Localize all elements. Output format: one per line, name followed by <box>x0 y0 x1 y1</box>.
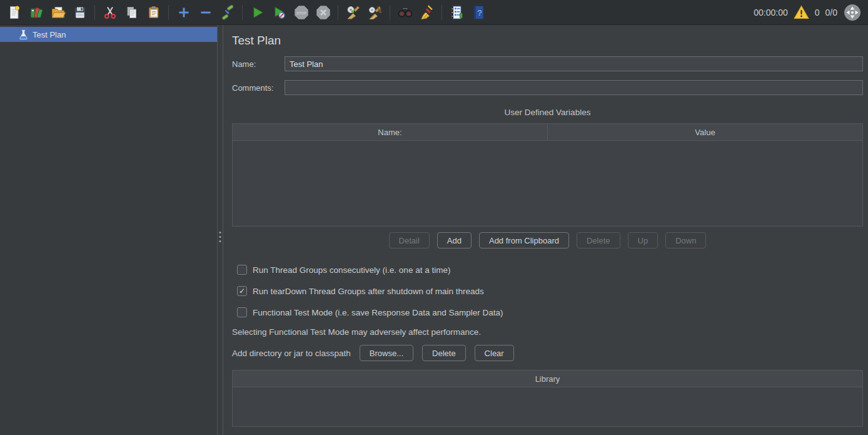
comments-input[interactable] <box>285 80 863 95</box>
run-consecutively-checkbox[interactable] <box>237 265 247 275</box>
name-label: Name: <box>232 59 285 69</box>
paste-button[interactable] <box>143 3 164 23</box>
svg-text:?: ? <box>477 8 482 18</box>
run-consecutively-label: Run Thread Groups consecutively (i.e. on… <box>253 265 450 275</box>
run-consecutively-row: Run Thread Groups consecutively (i.e. on… <box>237 265 863 275</box>
test-plan-editor: Test Plan Name: Comments: User Defined V… <box>223 25 868 435</box>
functional-mode-note: Selecting Functional Test Mode may adver… <box>232 327 863 337</box>
clear-icon <box>345 4 361 21</box>
templates-icon <box>29 5 44 20</box>
toolbar-separator <box>338 5 338 20</box>
stop-icon: STOP <box>293 4 310 21</box>
function-helper-button[interactable] <box>447 3 467 23</box>
library-table: Library <box>232 370 863 427</box>
clear-all-icon <box>367 4 383 21</box>
jmeter-window: STOP <box>0 0 868 435</box>
start-icon <box>250 5 265 20</box>
toolbar-separator <box>168 5 169 20</box>
shutdown-icon <box>315 4 331 21</box>
test-plan-tree: Test Plan <box>0 25 217 435</box>
svg-text:STOP: STOP <box>296 11 306 14</box>
shutdown-button[interactable] <box>313 3 333 23</box>
toolbar: STOP <box>0 0 868 25</box>
page-title: Test Plan <box>232 34 863 48</box>
help-button[interactable]: ? <box>468 3 489 23</box>
add-from-clipboard-button[interactable]: Add from Clipboard <box>479 232 569 248</box>
minus-icon <box>198 5 213 20</box>
classpath-label: Add directory or jar to classpath <box>232 349 351 358</box>
udv-caption: User Defined Variables <box>232 108 863 117</box>
help-icon: ? <box>471 4 487 21</box>
functional-mode-checkbox[interactable] <box>237 307 247 317</box>
tree-item-test-plan[interactable]: Test Plan <box>0 27 217 42</box>
new-file-button[interactable] <box>4 3 24 23</box>
start-no-timers-button[interactable] <box>269 3 290 23</box>
cut-icon <box>103 5 118 20</box>
threads-indicator-icon[interactable] <box>843 3 862 22</box>
toolbar-separator <box>442 5 442 20</box>
library-table-body[interactable] <box>233 387 862 426</box>
remove-element-button[interactable] <box>195 3 216 23</box>
open-button[interactable] <box>48 3 68 23</box>
thread-count: 0/0 <box>825 8 837 18</box>
start-no-timers-icon <box>272 5 287 20</box>
classpath-clear-button[interactable]: Clear <box>475 345 514 361</box>
splitter-grip-icon <box>220 232 221 242</box>
udv-table-body[interactable] <box>233 141 862 226</box>
add-element-button[interactable] <box>173 3 194 23</box>
clear-all-button[interactable] <box>365 3 385 23</box>
open-folder-icon <box>51 5 66 20</box>
cut-button[interactable] <box>99 3 120 23</box>
up-button[interactable]: Up <box>628 232 659 248</box>
browse-button[interactable]: Browse... <box>360 345 413 361</box>
tree-splitter[interactable] <box>217 25 223 435</box>
test-plan-flask-icon <box>19 29 28 40</box>
clear-button[interactable] <box>343 3 363 23</box>
name-input[interactable] <box>285 56 863 71</box>
elapsed-time: 00:00:00 <box>754 8 788 18</box>
add-button[interactable]: Add <box>437 232 472 248</box>
plus-icon <box>176 5 191 20</box>
toolbar-separator <box>242 5 243 20</box>
save-icon <box>73 5 88 20</box>
classpath-row: Add directory or jar to classpath Browse… <box>232 345 863 361</box>
library-column-header[interactable]: Library <box>233 371 862 387</box>
run-teardown-checkbox[interactable] <box>237 286 247 296</box>
stop-button[interactable]: STOP <box>291 3 311 23</box>
copy-icon <box>124 5 139 20</box>
copy-button[interactable] <box>121 3 142 23</box>
search-binoculars-icon <box>397 4 413 21</box>
clear-search-broom-icon <box>419 4 435 21</box>
run-teardown-row: Run tearDown Thread Groups after shutdow… <box>237 286 863 296</box>
down-button[interactable]: Down <box>665 232 706 248</box>
function-helper-icon <box>449 4 465 21</box>
paste-icon <box>146 5 161 20</box>
udv-column-value[interactable]: Value <box>547 124 862 140</box>
functional-mode-row: Functional Test Mode (i.e. save Response… <box>237 307 863 317</box>
toolbar-separator <box>94 5 95 20</box>
start-button[interactable] <box>247 3 268 23</box>
toggle-element-button[interactable] <box>217 3 238 23</box>
classpath-delete-button[interactable]: Delete <box>422 345 466 361</box>
clear-search-button[interactable] <box>416 3 437 23</box>
udv-column-name[interactable]: Name: <box>233 124 547 140</box>
toggle-icon <box>220 5 235 20</box>
delete-button[interactable]: Delete <box>577 232 620 248</box>
search-button[interactable] <box>395 3 415 23</box>
tree-item-label: Test Plan <box>33 30 66 39</box>
comments-label: Comments: <box>232 83 285 93</box>
functional-mode-label: Functional Test Mode (i.e. save Response… <box>253 308 503 317</box>
save-button[interactable] <box>69 3 90 23</box>
warning-icon[interactable] <box>794 5 809 19</box>
templates-button[interactable] <box>26 3 46 23</box>
detail-button[interactable]: Detail <box>389 232 430 248</box>
user-defined-variables-table: Name: Value <box>232 123 863 227</box>
toolbar-status: 00:00:00 0 0/0 <box>754 3 862 22</box>
run-teardown-label: Run tearDown Thread Groups after shutdow… <box>253 287 484 296</box>
log-error-count: 0 <box>815 8 820 18</box>
toolbar-separator <box>390 5 390 20</box>
udv-button-row: Detail Add Add from Clipboard Delete Up … <box>232 232 863 248</box>
new-file-icon <box>7 5 22 20</box>
